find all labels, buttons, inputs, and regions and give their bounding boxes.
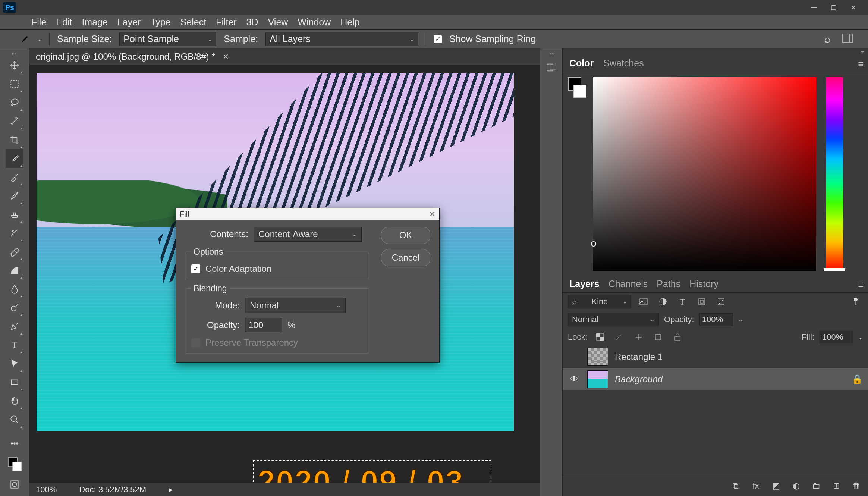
tool-pen[interactable] — [6, 317, 23, 336]
menu-window[interactable]: Window — [298, 17, 331, 28]
menu-filter[interactable]: Filter — [216, 17, 237, 28]
tool-lasso[interactable] — [6, 93, 23, 112]
menu-3d[interactable]: 3D — [246, 17, 258, 28]
filter-shape-icon[interactable] — [695, 296, 709, 308]
document-tab[interactable]: original.jpg @ 100% (Background, RGB/8#)… — [36, 51, 229, 62]
tool-zoom[interactable] — [6, 410, 23, 429]
tool-eyedropper[interactable] — [6, 149, 23, 168]
layer-name[interactable]: Background — [615, 374, 845, 384]
panel-menu-icon[interactable]: ≡ — [858, 59, 864, 69]
filter-adjustment-icon[interactable] — [656, 296, 670, 308]
caret-icon[interactable]: ⌄ — [858, 334, 863, 340]
menu-select[interactable]: Select — [180, 17, 206, 28]
tool-clone-stamp[interactable] — [6, 205, 23, 224]
tool-eraser[interactable] — [6, 242, 23, 261]
layer-row[interactable]: 👁 Background 🔒 — [563, 368, 868, 390]
tool-brush[interactable] — [6, 186, 23, 205]
show-sampling-ring-checkbox[interactable]: ✓ — [434, 35, 442, 43]
tab-paths[interactable]: Paths — [657, 279, 680, 289]
delete-layer-icon[interactable]: 🗑 — [850, 480, 863, 492]
lock-image-icon[interactable] — [612, 331, 626, 343]
tool-marquee[interactable] — [6, 75, 23, 93]
menu-layer[interactable]: Layer — [117, 17, 141, 28]
opacity-input[interactable] — [699, 313, 733, 326]
tool-healing-brush[interactable] — [6, 168, 23, 186]
window-close-button[interactable]: ✕ — [849, 3, 858, 12]
layer-mask-icon[interactable]: ◩ — [770, 480, 782, 492]
blend-mode-dropdown[interactable]: Normal ⌄ — [568, 313, 659, 326]
tab-color[interactable]: Color — [569, 58, 594, 69]
tool-dodge[interactable] — [6, 298, 23, 317]
status-caret-icon[interactable]: ▸ — [169, 485, 173, 495]
menu-type[interactable]: Type — [150, 17, 170, 28]
ok-button[interactable]: OK — [381, 227, 430, 244]
background-color-swatch[interactable] — [573, 85, 586, 98]
menu-file[interactable]: File — [31, 17, 46, 28]
menu-image[interactable]: Image — [82, 17, 107, 28]
menu-edit[interactable]: Edit — [56, 17, 72, 28]
tool-blur[interactable] — [6, 280, 23, 298]
dialog-titlebar[interactable]: Fill ✕ — [176, 208, 439, 220]
tab-layers[interactable]: Layers — [569, 279, 600, 289]
layer-visibility-toggle[interactable]: 👁 — [568, 374, 581, 384]
tool-rectangle[interactable] — [6, 373, 23, 392]
layer-thumbnail[interactable] — [587, 348, 608, 366]
filter-type-icon[interactable] — [675, 296, 689, 308]
lock-position-icon[interactable] — [632, 331, 646, 343]
panel-grip-icon[interactable]: ◂◂ — [550, 51, 553, 56]
layer-filter-kind-dropdown[interactable]: ⌕ Kind ⌄ — [568, 295, 631, 308]
window-minimize-button[interactable]: — — [810, 3, 819, 12]
layer-fx-icon[interactable]: fx — [749, 480, 762, 492]
caret-icon[interactable]: ⌄ — [738, 317, 743, 323]
status-doc-size[interactable]: Doc: 3,52M/3,52M — [79, 485, 146, 495]
panel-grip-icon[interactable]: ▸▸ — [7, 51, 22, 56]
tool-path-selection[interactable] — [6, 354, 23, 373]
cancel-button[interactable]: Cancel — [381, 249, 430, 266]
filter-pixel-icon[interactable] — [636, 296, 651, 308]
tool-hand[interactable] — [6, 392, 23, 410]
sample-size-dropdown[interactable]: Point Sample ⌄ — [119, 32, 216, 46]
window-maximize-button[interactable]: ❐ — [829, 3, 838, 12]
layer-name[interactable]: Rectangle 1 — [615, 352, 863, 362]
eyedropper-icon[interactable] — [18, 33, 30, 45]
layer-thumbnail[interactable] — [587, 370, 608, 388]
opacity-input[interactable] — [245, 318, 282, 332]
lock-transparency-icon[interactable] — [593, 331, 607, 343]
filter-smartobject-icon[interactable] — [714, 296, 728, 308]
menu-view[interactable]: View — [268, 17, 288, 28]
dialog-close-icon[interactable]: ✕ — [429, 210, 435, 219]
color-adaptation-checkbox[interactable]: ✓ — [191, 264, 200, 273]
lock-all-icon[interactable] — [670, 331, 685, 343]
search-icon[interactable]: ⌕ — [824, 33, 831, 45]
contents-dropdown[interactable]: Content-Aware ⌄ — [254, 227, 362, 242]
tab-history[interactable]: History — [689, 279, 718, 289]
layer-lock-icon[interactable]: 🔒 — [852, 374, 863, 384]
new-layer-icon[interactable]: ⊞ — [830, 480, 843, 492]
tool-type[interactable] — [6, 336, 23, 354]
mode-dropdown[interactable]: Normal ⌄ — [245, 298, 346, 313]
status-zoom[interactable]: 100% — [36, 485, 57, 495]
tool-magic-wand[interactable] — [6, 112, 23, 131]
panel-grip-icon[interactable]: ▸▸ — [857, 48, 868, 54]
tool-move[interactable] — [6, 56, 23, 75]
menu-help[interactable]: Help — [340, 17, 359, 28]
adjustment-layer-icon[interactable]: ◐ — [790, 480, 802, 492]
fill-input[interactable] — [820, 331, 853, 343]
fg-bg-swatches[interactable] — [568, 77, 586, 271]
panel-menu-icon[interactable]: ≡ — [858, 279, 864, 290]
document-tab-close-icon[interactable]: ✕ — [223, 52, 229, 61]
tool-gradient[interactable] — [6, 261, 23, 280]
tab-swatches[interactable]: Swatches — [603, 58, 644, 69]
hue-slider[interactable] — [826, 77, 843, 271]
layer-group-icon[interactable]: 🗀 — [810, 480, 823, 492]
tool-history-brush[interactable] — [6, 224, 23, 242]
tool-foreground-background-colors[interactable] — [6, 453, 23, 475]
tool-edit-toolbar[interactable] — [6, 434, 23, 453]
color-field[interactable] — [593, 77, 816, 271]
tool-quick-mask[interactable] — [6, 475, 23, 494]
sample-dropdown[interactable]: All Layers ⌄ — [265, 32, 418, 46]
workspace-switcher-icon[interactable] — [842, 34, 853, 45]
tool-crop[interactable] — [6, 131, 23, 149]
tool-preset-caret-icon[interactable]: ⌄ — [37, 36, 42, 42]
filter-toggle-icon[interactable] — [849, 296, 863, 308]
